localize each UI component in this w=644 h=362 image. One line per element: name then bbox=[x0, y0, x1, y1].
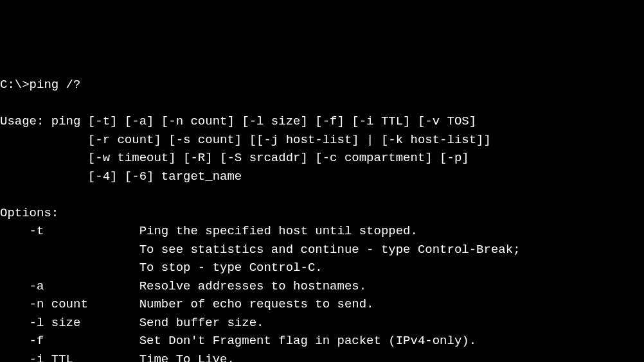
option-l-line: -l size Send buffer size. bbox=[0, 316, 264, 330]
usage-line-4: [-4] [-6] target_name bbox=[0, 169, 242, 184]
option-t-line-2: To see statistics and continue - type Co… bbox=[0, 243, 521, 257]
usage-line-3: [-w timeout] [-R] [-S srcaddr] [-c compa… bbox=[0, 151, 469, 165]
options-header: Options: bbox=[0, 206, 58, 220]
option-a-line: -a Resolve addresses to hostnames. bbox=[0, 279, 366, 293]
command-prompt-line: C:\>ping /? bbox=[0, 78, 80, 92]
usage-line-2: [-r count] [-s count] [[-j host-list] | … bbox=[0, 133, 491, 147]
usage-line-1: Usage: ping [-t] [-a] [-n count] [-l siz… bbox=[0, 114, 476, 128]
option-t-line-3: To stop - type Control-C. bbox=[0, 261, 323, 275]
terminal-output[interactable]: C:\>ping /? Usage: ping [-t] [-a] [-n co… bbox=[0, 76, 644, 362]
option-n-line: -n count Number of echo requests to send… bbox=[0, 297, 374, 311]
option-t-line-1: -t Ping the specified host until stopped… bbox=[0, 224, 418, 238]
option-i-line: -i TTL Time To Live. bbox=[0, 352, 235, 363]
option-f-line: -f Set Don't Fragment flag in packet (IP… bbox=[0, 334, 476, 348]
